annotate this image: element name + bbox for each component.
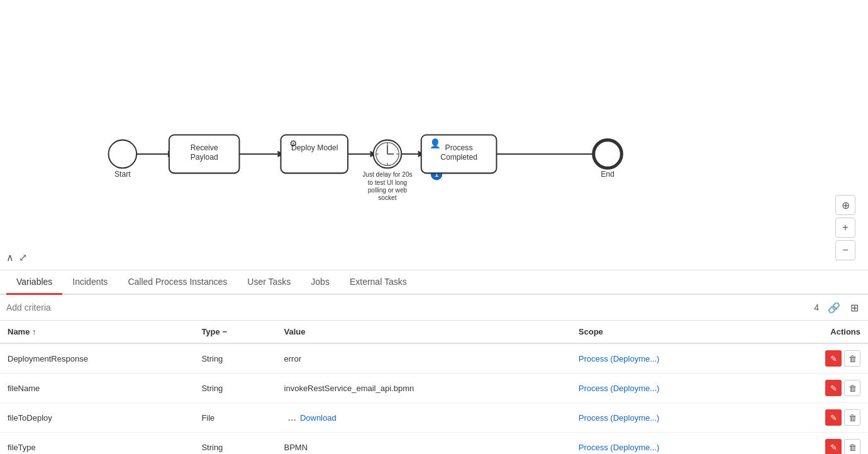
bpmn-diagram: Start Receive Payload ⚙ Deploy Model 1	[0, 0, 868, 270]
scope-link[interactable]: Process (Deployme...)	[579, 384, 660, 393]
cell-scope: Process (Deployme...)	[571, 403, 766, 433]
col-type[interactable]: Type −	[194, 321, 276, 343]
table-row: DeploymentResponseStringerrorProcess (De…	[0, 343, 868, 374]
cell-type: File	[194, 403, 276, 433]
timer-label: Just delay for 20s	[362, 171, 412, 178]
start-label: Start	[114, 170, 131, 179]
cell-actions: ✎ 🗑	[766, 343, 868, 374]
user-icon: 👤	[430, 138, 441, 149]
tab-user-tasks[interactable]: User Tasks	[237, 270, 301, 295]
receive-payload-label2: Payload	[191, 153, 218, 162]
ellipsis-button[interactable]: ...	[284, 412, 300, 423]
col-actions: Actions	[766, 321, 868, 343]
col-scope: Scope	[571, 321, 766, 343]
filter-input[interactable]	[6, 302, 809, 313]
end-event[interactable]	[594, 140, 622, 169]
action-buttons: ✎ 🗑	[774, 409, 860, 426]
cell-type: String	[194, 374, 276, 403]
cell-actions: ✎ 🗑	[766, 433, 868, 455]
zoom-in-control[interactable]: +	[835, 218, 855, 238]
end-label: End	[601, 170, 615, 179]
delete-button[interactable]: 🗑	[844, 439, 860, 454]
table-header-row: Name ↑ Type − Value Scope Actions	[0, 321, 868, 343]
download-link[interactable]: Download	[300, 413, 337, 423]
cell-scope: Process (Deployme...)	[571, 343, 766, 374]
filter-bar: 4 🔗 ⊞	[0, 295, 868, 321]
cell-value: ...Download	[277, 403, 571, 433]
cell-actions: ✎ 🗑	[766, 403, 868, 433]
receive-payload-label: Receive	[191, 143, 218, 152]
cell-scope: Process (Deployme...)	[571, 433, 766, 455]
link-icon[interactable]: 🔗	[826, 300, 842, 315]
variables-table: Name ↑ Type − Value Scope Actions Deploy…	[0, 321, 868, 454]
cell-value: error	[277, 343, 571, 374]
cell-name: DeploymentResponse	[0, 343, 194, 374]
diagram-arrows: ∧ ⤢	[6, 252, 27, 263]
settings-icon[interactable]: ⊞	[847, 300, 862, 315]
table-row: fileTypeStringBPMNProcess (Deployme...) …	[0, 433, 868, 455]
tabs-container: Variables Incidents Called Process Insta…	[0, 270, 868, 295]
cell-type: String	[194, 343, 276, 374]
start-event[interactable]	[109, 140, 137, 169]
main-container: Start Receive Payload ⚙ Deploy Model 1	[0, 0, 868, 454]
col-value: Value	[277, 321, 571, 343]
timer-label4: socket	[378, 194, 396, 201]
collapse-arrow[interactable]: ∧	[6, 252, 14, 263]
cell-name: fileName	[0, 374, 194, 403]
cell-actions: ✎ 🗑	[766, 374, 868, 403]
cell-name: fileType	[0, 433, 194, 455]
scope-link[interactable]: Process (Deployme...)	[579, 354, 660, 363]
edit-button[interactable]: ✎	[825, 350, 842, 367]
diagram-area: Start Receive Payload ⚙ Deploy Model 1	[0, 0, 868, 270]
delete-button[interactable]: 🗑	[844, 350, 860, 367]
scope-link[interactable]: Process (Deployme...)	[579, 443, 660, 452]
cell-scope: Process (Deployme...)	[571, 374, 766, 403]
delete-button[interactable]: 🗑	[844, 409, 860, 426]
edit-button[interactable]: ✎	[825, 439, 842, 454]
cell-value: BPMN	[277, 433, 571, 455]
tab-incidents[interactable]: Incidents	[62, 270, 118, 295]
table-body: DeploymentResponseStringerrorProcess (De…	[0, 343, 868, 454]
process-completed-label2: Completed	[440, 153, 477, 162]
timer-label2: to test UI long	[368, 179, 407, 186]
table-row: fileToDeployFile...DownloadProcess (Depl…	[0, 403, 868, 433]
cell-name: fileToDeploy	[0, 403, 194, 433]
filter-count: 4	[814, 302, 819, 313]
tab-external-tasks[interactable]: External Tasks	[340, 270, 417, 295]
diagram-controls: ⊕ + −	[835, 195, 855, 260]
tab-called-process-instances[interactable]: Called Process Instances	[118, 270, 237, 295]
edit-button[interactable]: ✎	[825, 380, 842, 396]
action-buttons: ✎ 🗑	[774, 350, 860, 367]
col-name[interactable]: Name ↑	[0, 321, 194, 343]
edit-button[interactable]: ✎	[825, 409, 842, 426]
deploy-model-label: Deploy Model	[291, 143, 338, 152]
table-area: 4 🔗 ⊞ Name ↑ Type − Value Scope Actions	[0, 295, 868, 454]
table-row: fileNameStringinvokeRestService_email_ap…	[0, 374, 868, 403]
action-buttons: ✎ 🗑	[774, 380, 860, 396]
process-completed-label: Process	[445, 143, 473, 152]
cell-value: invokeRestService_email_api.bpmn	[277, 374, 571, 403]
action-buttons: ✎ 🗑	[774, 439, 860, 454]
move-control[interactable]: ⊕	[835, 195, 855, 215]
expand-arrow[interactable]: ⤢	[19, 252, 27, 263]
scope-link[interactable]: Process (Deployme...)	[579, 413, 660, 423]
cell-type: String	[194, 433, 276, 455]
zoom-out-control[interactable]: −	[835, 240, 855, 260]
timer-label3: polling or web	[368, 187, 408, 194]
tab-jobs[interactable]: Jobs	[301, 270, 340, 295]
delete-button[interactable]: 🗑	[844, 380, 860, 396]
tab-variables[interactable]: Variables	[6, 270, 62, 295]
